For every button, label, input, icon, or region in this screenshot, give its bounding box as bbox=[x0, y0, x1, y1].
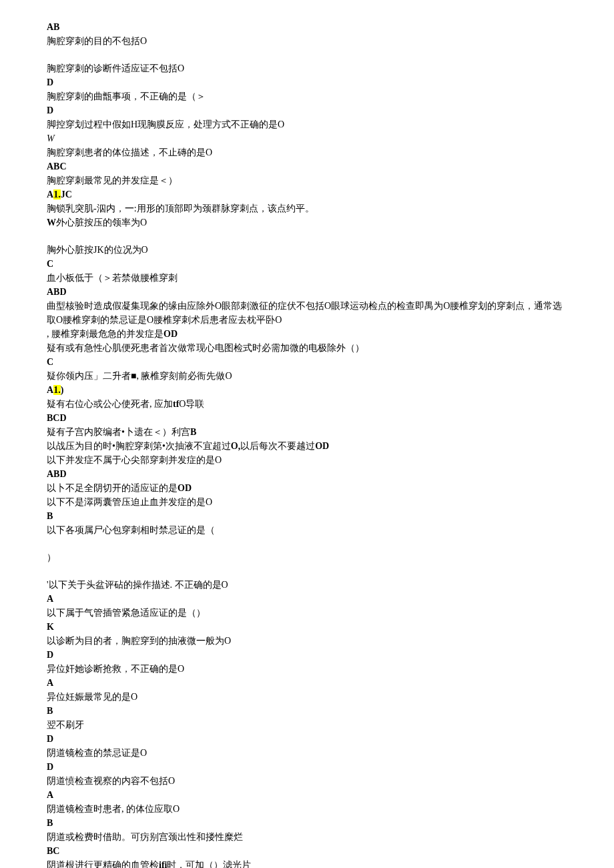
text-line: B bbox=[47, 509, 567, 523]
document-body: AB胸腔穿刺的目的不包括O 胸腔穿刺的诊断件适应证不包括OD胸腔穿刺的曲甑事项，… bbox=[47, 20, 567, 868]
text-line: W外心脏按压的领率为O bbox=[47, 215, 567, 230]
text-line: D bbox=[47, 760, 567, 774]
text-line: 胸外心脏按JK的位况为O bbox=[47, 243, 567, 257]
text-line: 异位妊娠最常见的是O bbox=[47, 690, 567, 704]
text-line: , 腰椎穿刺最危急的并发症是OD bbox=[47, 327, 567, 341]
text-line: D bbox=[47, 732, 567, 746]
text-line: ABD bbox=[47, 285, 567, 299]
text-line: 以下不是濢两囊管压迫止血并发症的是O bbox=[47, 495, 567, 509]
text-line: B bbox=[47, 816, 567, 830]
text-line: C bbox=[47, 355, 567, 369]
text-line: 以下各项属尸心包穿刺相时禁忌证的是（ bbox=[47, 523, 567, 537]
text-line: A bbox=[47, 676, 567, 690]
text-line: '以下关于头盆评砧的操作描述. 不正确的是O bbox=[47, 578, 567, 592]
text-line bbox=[47, 537, 567, 550]
text-line bbox=[47, 48, 567, 61]
text-line: A1.) bbox=[47, 383, 567, 397]
text-line bbox=[47, 230, 567, 243]
text-line: D bbox=[47, 648, 567, 662]
text-line: 疑有或有急性心肌便死患者首次做常现心电图检式时必需加微的电极除外（） bbox=[47, 341, 567, 355]
text-line: ABD bbox=[47, 467, 567, 481]
text-line: 阴道根进行更精确的血管检ifi时，可加（）滤光片 bbox=[47, 858, 567, 868]
text-line: 异位奸她诊断抢救，不正确的是O bbox=[47, 662, 567, 676]
text-line: 胸腔穿刺的目的不包括O bbox=[47, 34, 567, 48]
text-line: B bbox=[47, 704, 567, 718]
text-line: 阴道或检费时借助。可疠别宫颈出性和搂性糜烂 bbox=[47, 830, 567, 844]
text-line: 脚控穿划过程中假如H现胸膜反应，处理方式不正确的是O bbox=[47, 117, 567, 131]
text-line: A1.JC bbox=[47, 187, 567, 201]
text-line: 以下并发症不属于心尖部穿刺并发症的是O bbox=[47, 453, 567, 467]
text-line: 疑有子宫内胶编者•卜遗在＜）利宫B bbox=[47, 425, 567, 439]
text-line: BCD bbox=[47, 411, 567, 425]
text-line: 阴道愤检查视察的内容不包括O bbox=[47, 774, 567, 788]
text-line: 血小板低于（＞若禁做腰椎穿刺 bbox=[47, 271, 567, 285]
text-line: ABC bbox=[47, 159, 567, 173]
text-line: ） bbox=[47, 550, 567, 564]
text-line: D bbox=[47, 75, 567, 89]
text-line: K bbox=[47, 620, 567, 634]
text-line: 阴道镜检查时患者, 的体位应取O bbox=[47, 802, 567, 816]
text-line: A bbox=[47, 592, 567, 606]
text-line: 胸腔穿刺患者的体位描述，不止磚的是O bbox=[47, 145, 567, 159]
text-line: 疑有右位心或公心使死者, 应加tfO导联 bbox=[47, 397, 567, 411]
text-line bbox=[47, 564, 567, 578]
text-line: 胸腔穿刺最常见的并发症是＜） bbox=[47, 173, 567, 187]
text-line: 以诊断为目的者，胸腔穿到的抽液微一般为O bbox=[47, 634, 567, 648]
text-line: D bbox=[47, 103, 567, 117]
text-line: C bbox=[47, 257, 567, 271]
text-line: 胸锁乳突肌-泅内，一:用形的顶部即为颈群脉穿刺点，该点约平。 bbox=[47, 201, 567, 215]
text-line: 疑你领内压」二升者■, 腋椎穿刻前必衙先做O bbox=[47, 369, 567, 383]
text-line: 以战压为目的时•胸腔穿刺第•次抽液不宜超过O,以后每次不要越过OD bbox=[47, 439, 567, 453]
text-line: 阴道镜检查的禁忌证是O bbox=[47, 746, 567, 760]
text-line: 胸腔穿刺的曲甑事项，不正确的是（＞ bbox=[47, 89, 567, 103]
text-line: 曲型核验时造成假凝集现象的缘由应除外O眼部刺激征的症伏不包括O眼球运动检点的检查… bbox=[47, 299, 567, 327]
text-line: 以下属于气管插管紧急适应证的是（） bbox=[47, 606, 567, 620]
text-line: 以卜不足全阴切开的适应证的是OD bbox=[47, 481, 567, 495]
text-line: AB bbox=[47, 20, 567, 34]
text-line: BC bbox=[47, 844, 567, 858]
text-line: 胸腔穿刺的诊断件适应证不包括O bbox=[47, 61, 567, 75]
text-line: A bbox=[47, 788, 567, 802]
text-line: W bbox=[47, 131, 567, 145]
text-line: 翌不刷牙 bbox=[47, 718, 567, 732]
